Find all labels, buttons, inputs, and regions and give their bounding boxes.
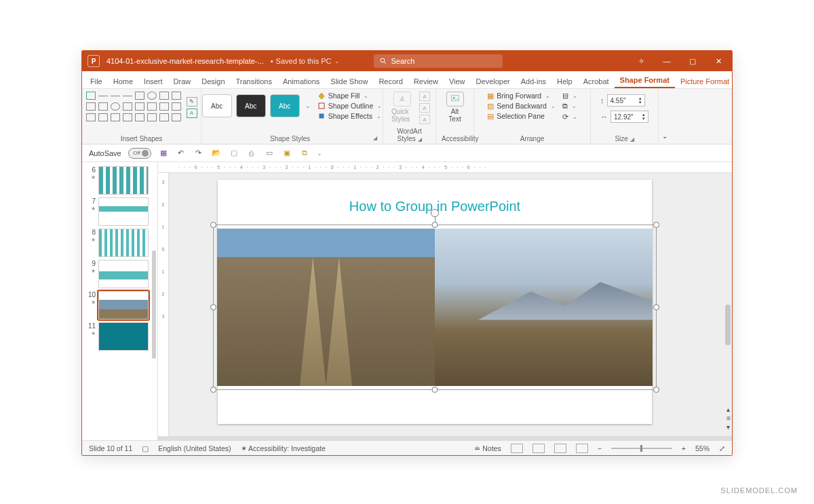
shape-effects-button[interactable]: Shape Effects⌄ (317, 112, 383, 120)
shape-styles-gallery[interactable]: Abc Abc Abc ⌄ (202, 94, 312, 117)
vertical-scrollbar[interactable] (725, 305, 731, 345)
shape-style-3[interactable]: Abc (270, 94, 300, 117)
tab-picture-format[interactable]: Picture Format (675, 74, 733, 88)
thumb-7[interactable]: 7★ (82, 196, 157, 227)
tab-review[interactable]: Review (408, 74, 444, 88)
width-input[interactable]: ↔12.92"▴▾ (600, 111, 648, 123)
thumb-6[interactable]: 6★ (82, 165, 157, 196)
resize-handle[interactable] (210, 387, 216, 393)
resize-handle[interactable] (653, 222, 659, 228)
accessibility-status[interactable]: ✶ Accessibility: Investigate (241, 444, 326, 452)
rotate-handle-icon[interactable] (431, 209, 439, 217)
thumb-8[interactable]: 8★ (82, 227, 157, 258)
tab-insert[interactable]: Insert (138, 74, 168, 88)
redo-button[interactable]: ↷ (193, 148, 204, 159)
alt-text-button[interactable]: Alt Text (442, 92, 468, 123)
send-backward-button[interactable]: ▨Send Backward⌄ (487, 102, 556, 110)
slide-counter[interactable]: Slide 10 of 11 (89, 444, 132, 452)
tab-developer[interactable]: Developer (471, 74, 516, 88)
height-input[interactable]: ↕4.55"▴▾ (600, 94, 648, 106)
new-button[interactable]: ▢ (229, 148, 239, 159)
close-button[interactable]: ✕ (710, 57, 726, 66)
language-status[interactable]: English (United States) (158, 444, 231, 452)
align-button[interactable]: ⊟⌄ (562, 92, 577, 100)
gallery-more-icon[interactable]: ⌄ (304, 102, 312, 109)
text-fill-button[interactable]: A (419, 92, 430, 101)
tab-help[interactable]: Help (551, 74, 578, 88)
text-box-button[interactable]: A (187, 109, 197, 118)
status-bar: Slide 10 of 11 ▢ English (United States)… (82, 440, 732, 455)
rotate-button[interactable]: ⟳⌄ (562, 113, 577, 121)
tab-draw[interactable]: Draw (168, 74, 197, 88)
tab-design[interactable]: Design (196, 74, 230, 88)
bring-forward-button[interactable]: ▦Bring Forward⌄ (487, 92, 556, 100)
resize-handle[interactable] (210, 222, 216, 228)
resize-handle[interactable] (210, 305, 216, 311)
thumbnails-scrollbar[interactable] (152, 250, 156, 359)
resize-handle[interactable] (653, 305, 659, 311)
search-input[interactable]: Search (374, 54, 503, 68)
resize-handle[interactable] (432, 222, 438, 228)
slide-nav-arrows[interactable]: ▴≡▾ (726, 406, 731, 431)
save-status[interactable]: • Saved to this PC ⌄ (271, 57, 340, 65)
dialog-launcher-icon[interactable]: ◢ (418, 136, 422, 142)
thumb-9[interactable]: 9★ (82, 258, 157, 290)
maximize-button[interactable]: ▢ (684, 57, 701, 66)
dialog-launcher-icon[interactable]: ◢ (373, 135, 377, 142)
shape-fill-button[interactable]: Shape Fill⌄ (317, 92, 383, 100)
edit-shape-button[interactable]: ✎ (187, 97, 197, 106)
tab-acrobat[interactable]: Acrobat (578, 74, 615, 88)
save-button[interactable]: ▦ (158, 148, 169, 159)
tab-home[interactable]: Home (108, 74, 138, 88)
undo-button[interactable]: ↶ (176, 148, 187, 159)
dialog-launcher-icon[interactable]: ◢ (630, 136, 634, 142)
more-commands-button[interactable]: ⧉ (299, 148, 310, 159)
quick-styles-button[interactable]: A Quick Styles (389, 92, 415, 123)
notes-button[interactable]: ≐ Notes (474, 444, 501, 452)
notes-splitter[interactable] (158, 436, 732, 440)
text-effects-button[interactable]: A (419, 115, 430, 124)
slide-thumbnails-pane[interactable]: 6★ 7★ 8★ 9★ 10★ 11★ (82, 162, 158, 440)
open-button[interactable]: 📂 (211, 148, 222, 159)
slide-canvas[interactable]: How to Group in PowerPoint (169, 173, 732, 436)
thumb-10[interactable]: 10★ (82, 290, 157, 321)
selection-pane-button[interactable]: ▤Selection Pane (487, 112, 556, 120)
zoom-level[interactable]: 55% (695, 444, 710, 452)
tab-addins[interactable]: Add-ins (516, 74, 551, 88)
shape-style-2[interactable]: Abc (236, 94, 266, 117)
resize-handle[interactable] (653, 387, 659, 393)
autosave-toggle[interactable]: Off (128, 148, 151, 159)
zoom-slider[interactable] (611, 448, 672, 449)
thumb-11[interactable]: 11★ (82, 321, 157, 352)
tab-transitions[interactable]: Transitions (231, 74, 277, 88)
from-beginning-button[interactable]: ▣ (282, 148, 292, 159)
normal-view-button[interactable] (511, 444, 523, 453)
tab-animations[interactable]: Animations (277, 74, 325, 88)
spellcheck-icon[interactable]: ▢ (142, 444, 149, 452)
group-button[interactable]: ⧉⌄ (562, 102, 577, 111)
selection-handles[interactable] (213, 225, 657, 390)
zoom-out-button[interactable]: − (598, 444, 602, 452)
zoom-in-button[interactable]: + (682, 444, 686, 452)
qat-overflow-icon[interactable]: ⌄ (317, 150, 322, 157)
resize-handle[interactable] (432, 387, 438, 393)
touch-mode-button[interactable]: ▭ (264, 148, 275, 159)
text-outline-button[interactable]: A (419, 103, 430, 113)
tab-record[interactable]: Record (373, 74, 408, 88)
shapes-gallery[interactable] (86, 92, 182, 123)
collapse-ribbon-button[interactable]: ⌄ (659, 89, 671, 144)
selected-group[interactable] (217, 229, 653, 386)
coming-soon-icon[interactable]: ✧ (633, 57, 649, 66)
tab-file[interactable]: File (85, 74, 108, 88)
shape-outline-button[interactable]: Shape Outline⌄ (317, 102, 383, 110)
quick-print-button[interactable]: ⎙ (246, 148, 257, 159)
tab-slideshow[interactable]: Slide Show (325, 74, 373, 88)
shape-style-1[interactable]: Abc (202, 94, 232, 117)
sorter-view-button[interactable] (532, 444, 545, 453)
slideshow-view-button[interactable] (576, 444, 588, 453)
reading-view-button[interactable] (554, 444, 566, 453)
tab-shape-format[interactable]: Shape Format (615, 73, 675, 88)
minimize-button[interactable]: — (659, 57, 675, 65)
fit-to-window-button[interactable]: ⤢ (719, 444, 725, 452)
tab-view[interactable]: View (444, 74, 471, 88)
